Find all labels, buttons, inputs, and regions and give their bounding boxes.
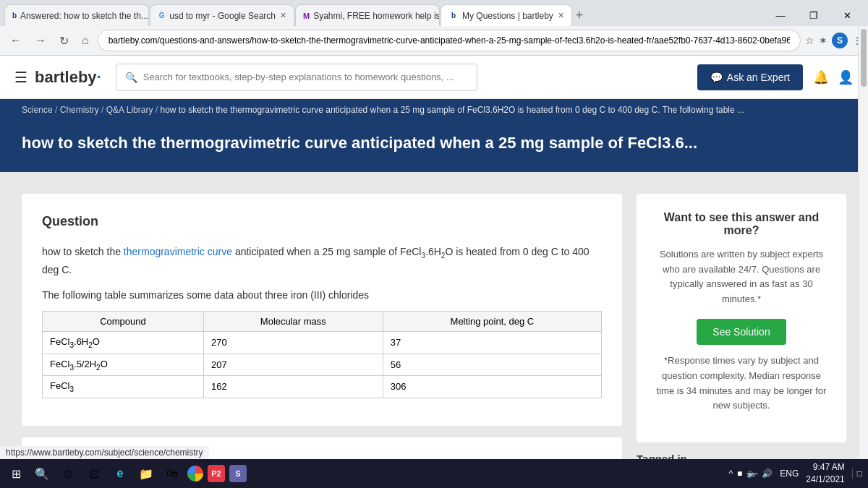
table-row-1: FeCl3.6H2O 270 37 [43,331,602,354]
address-bar-icons: ☆ ✶ S ⋮ [805,33,862,48]
tab-label-3: Syahmi, FREE homework help is v [313,11,440,21]
home-button[interactable]: ⌂ [77,31,93,50]
see-solution-button[interactable]: See Solution [697,319,786,345]
taskbar-right: ^ ■ 🔈 🔊 ENG 9:47 AM 24/1/2021 □ [728,461,862,486]
close-button[interactable]: ✕ [830,2,864,28]
ask-expert-label: Ask an Expert [727,72,790,83]
taskbar-search-icon[interactable]: 🔍 [31,463,53,484]
breadcrumb-sep-2: / [101,105,106,115]
page-title: how to sketch the thermogravimetric curv… [22,132,846,155]
date-display: 24/1/2021 [806,474,844,486]
main-content: Question how to sketch the thermogravime… [0,172,868,488]
question-heading: Question [42,214,602,229]
status-url: https://www.bartleby.com/subject/science… [6,448,203,458]
title-bar: how to sketch the thermogravimetric curv… [0,121,868,172]
breadcrumb-qa-library[interactable]: Q&A Library [106,105,153,115]
breadcrumb-bar: Science / Chemistry / Q&A Library / how … [0,99,868,121]
tab-close-4[interactable]: ✕ [558,11,564,20]
breadcrumb-current: how to sketch the thermogravimetric curv… [160,105,744,115]
hamburger-menu[interactable]: ☰ [14,69,27,86]
table-cell-mass-2: 207 [203,354,383,376]
browser-chrome: b Answered: how to sketch the th... ✕ G … [0,0,868,56]
back-button[interactable]: ← [6,31,26,50]
table-cell-melt-3: 306 [383,376,601,398]
tab-label-2: usd to myr - Google Search [169,11,276,21]
table-cell-compound-1: FeCl3.6H2O [43,331,204,354]
new-tab-button[interactable]: + [576,8,584,23]
taskbar-taskview-icon[interactable]: ⊡ [83,463,105,484]
tab-4[interactable]: b My Questions | bartleby ✕ [441,4,572,26]
minimize-button[interactable]: — [764,2,797,28]
tab-1[interactable]: b Answered: how to sketch the th... ✕ [4,4,149,26]
breadcrumb-chemistry[interactable]: Chemistry [60,105,99,115]
scrollbar[interactable] [858,26,868,488]
status-bar: https://www.bartleby.com/subject/science… [0,446,209,459]
tab-close-2[interactable]: ✕ [280,11,286,20]
ask-expert-icon: 💬 [710,72,723,83]
taskbar-p2-icon[interactable]: P2 [208,465,225,482]
taskbar-folder-icon[interactable]: 📁 [135,463,157,484]
breadcrumb-science[interactable]: Science [22,105,53,115]
site-logo[interactable]: bartleby· [35,68,101,87]
info-text: Solutions are written by subject experts… [654,247,829,307]
breadcrumb-sep-1: / [55,105,60,115]
table-cell-melt-2: 56 [383,354,601,376]
tab-3[interactable]: M Syahmi, FREE homework help is v ✕ [295,4,440,26]
table-cell-mass-3: 162 [203,376,383,398]
start-button[interactable]: ⊞ [6,464,27,484]
avatar-icon[interactable]: S [832,33,848,48]
tab-favicon-3: M [303,11,310,21]
tab-bar: b Answered: how to sketch the th... ✕ G … [0,0,868,26]
question-card: Question how to sketch the thermogravime… [22,194,622,426]
right-panel: Want to see this answer and more? Soluti… [637,194,846,488]
tab-favicon-4: b [448,11,459,21]
table-cell-compound-3: FeCl3 [43,376,204,398]
tray-network[interactable]: ■ [737,468,742,479]
tray-arrow[interactable]: ^ [728,468,733,479]
table-row-3: FeCl3 162 306 [43,376,602,398]
system-tray: ^ ■ 🔈 🔊 [728,468,773,479]
table-header-compound: Compound [43,311,204,331]
table-header-molecular-mass: Molecular mass [203,311,383,331]
header-icons: 🔔 👤 [813,69,854,85]
restore-button[interactable]: ❐ [797,2,830,28]
search-input[interactable] [143,72,468,82]
ask-expert-button[interactable]: 💬 Ask an Expert [697,64,803,90]
extension-icon[interactable]: ✶ [819,35,827,46]
tab-favicon-2: G [158,11,166,21]
search-bar[interactable]: 🔍 [116,64,477,91]
logo-text: bartleby [35,68,97,86]
time-display: 9:47 AM [806,461,844,474]
info-card: Want to see this answer and more? Soluti… [637,194,846,442]
lang-indicator[interactable]: ENG [780,468,799,479]
address-input[interactable] [98,30,801,51]
taskbar-widgets-icon[interactable]: ⊙ [57,463,79,484]
tab-favicon-1: b [12,11,17,21]
left-panel: Question how to sketch the thermogravime… [22,194,622,488]
forward-button[interactable]: → [30,31,51,50]
taskbar: ⊞ 🔍 ⊙ ⊡ e 📁 🛍 P2 S ^ ■ 🔈 🔊 ENG 9:47 AM 2… [0,459,868,488]
thermogravimetric-link[interactable]: thermogravimetric curve [124,246,232,257]
user-icon[interactable]: 👤 [838,69,854,85]
table-cell-compound-2: FeCl3.5/2H2O [43,354,204,376]
bookmark-icon[interactable]: ☆ [805,35,814,46]
table-row-2: FeCl3.5/2H2O 207 56 [43,354,602,376]
tab-label-1: Answered: how to sketch the th... [20,11,148,21]
scrollbar-thumb[interactable] [861,29,867,87]
show-desktop-button[interactable]: □ [852,468,862,479]
taskbar-store-icon[interactable]: 🛍 [161,463,183,484]
tray-volume[interactable]: 🔊 [762,468,773,479]
tab-2[interactable]: G usd to myr - Google Search ✕ [150,4,294,26]
table-intro-text: The following table summarizes some data… [42,289,602,301]
tab-label-4: My Questions | bartleby [462,11,553,21]
taskbar-clock[interactable]: 9:47 AM 24/1/2021 [806,461,844,486]
table-header-melting-point: Melting point, deg C [383,311,601,331]
taskbar-teams-icon[interactable]: S [229,465,247,482]
taskbar-edge-icon[interactable]: e [109,463,131,484]
window-controls: — ❐ ✕ [764,2,864,28]
table-cell-melt-1: 37 [383,331,601,354]
taskbar-chrome-icon[interactable] [187,466,203,481]
notification-icon[interactable]: 🔔 [813,69,829,85]
tray-sound-slash[interactable]: 🔈 [746,468,757,479]
refresh-button[interactable]: ↻ [55,31,73,51]
